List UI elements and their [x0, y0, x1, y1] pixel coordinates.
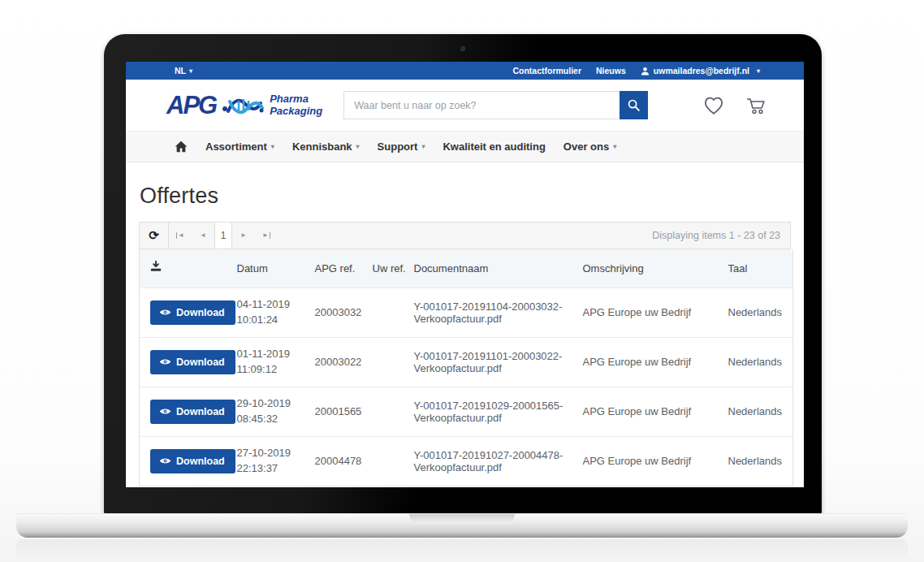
laptop-reflection [16, 539, 908, 560]
download-button[interactable]: Download [150, 350, 235, 374]
current-page-indicator[interactable]: 1 [214, 223, 232, 249]
cell-omschrijving: APG Europe uw Bedrijf [583, 387, 728, 436]
search-bar [343, 91, 648, 119]
document-date: 01-11-2019 [237, 347, 310, 362]
refresh-button[interactable]: ⟳ [140, 223, 169, 249]
cell-uw-ref [373, 337, 414, 387]
nav-item-support[interactable]: Support ▾ [378, 140, 425, 153]
cell-omschrijving: APG Europe uw Bedrijf [583, 337, 728, 387]
laptop-lid: NL ▾ Contactformulier Nieuws uwmailadres… [104, 34, 822, 515]
previous-page-button[interactable]: ◄ [192, 223, 214, 249]
home-button[interactable] [175, 140, 188, 153]
logo-line1: Pharma [270, 93, 322, 106]
chevron-down-icon: ▾ [356, 143, 360, 150]
nav-item-kennisbank[interactable]: Kennisbank ▾ [292, 140, 360, 153]
logo-acronym: APG [166, 93, 216, 118]
cell-taal: Nederlands [728, 287, 793, 337]
table-header-row: Datum APG ref. Uw ref. Documentnaam Omsc… [140, 249, 793, 287]
column-header-uw-ref[interactable]: Uw ref. [373, 249, 414, 287]
cell-documentnaam: Y-001017-20191027-20004478-Verkoopfactuu… [414, 436, 583, 486]
language-selector[interactable]: NL ▾ [175, 66, 192, 76]
next-page-button[interactable]: ► [232, 223, 255, 249]
document-time: 08:45:32 [237, 412, 310, 427]
cell-taal: Nederlands [728, 436, 793, 486]
document-date: 04-11-2019 [237, 297, 310, 313]
company-logo[interactable]: APG Pharma Packaging [166, 92, 322, 119]
eye-icon [159, 407, 171, 416]
pagination-status: Displaying items 1 - 23 of 23 [652, 223, 790, 249]
logo-wordmark: Pharma Packaging [270, 93, 322, 118]
table-row: Download 04-11-2019 10:01:24 20003032 Y-… [140, 287, 793, 337]
site-header: APG Pharma Packaging [126, 80, 804, 131]
nav-item-over-ons[interactable]: Over ons ▾ [563, 140, 616, 153]
webcam [460, 46, 465, 51]
chevron-down-icon: ▾ [189, 67, 192, 75]
nav-label: Support [378, 140, 418, 153]
page-title: Offertes [140, 184, 791, 209]
cart-icon [745, 96, 766, 115]
nav-label: Kennisbank [292, 140, 352, 153]
download-button-label: Download [176, 307, 225, 318]
download-icon [150, 261, 162, 273]
chevron-down-icon: ▾ [421, 143, 425, 150]
column-header-omschrijving[interactable]: Omschrijving [583, 249, 728, 287]
download-button-label: Download [176, 456, 225, 467]
home-icon [175, 140, 188, 153]
download-column-header[interactable] [140, 249, 237, 287]
column-header-datum[interactable]: Datum [237, 249, 315, 287]
cart-button[interactable] [745, 96, 766, 115]
cell-datum: 04-11-2019 10:01:24 [237, 287, 315, 337]
last-page-icon [270, 232, 270, 239]
news-link[interactable]: Nieuws [596, 66, 626, 76]
last-page-button[interactable]: ► [255, 223, 278, 249]
document-date: 29-10-2019 [237, 396, 310, 412]
documents-table: Datum APG ref. Uw ref. Documentnaam Omsc… [139, 249, 793, 486]
next-page-icon: ► [240, 232, 247, 239]
nav-item-assortiment[interactable]: Assortiment ▾ [205, 140, 274, 153]
eye-icon [159, 357, 171, 366]
cell-taal: Nederlands [728, 337, 793, 387]
nav-label: Assortiment [205, 140, 267, 153]
column-header-taal[interactable]: Taal [728, 249, 793, 287]
user-email: uwmailadres@bedrijf.nl [654, 66, 749, 76]
cell-omschrijving: APG Europe uw Bedrijf [583, 287, 728, 337]
refresh-icon: ⟳ [149, 228, 159, 243]
logo-line2: Packaging [270, 106, 322, 118]
cell-apg-ref: 20003022 [315, 337, 373, 387]
wishlist-button[interactable] [703, 96, 724, 115]
cell-apg-ref: 20001565 [315, 387, 373, 436]
download-button[interactable]: Download [150, 300, 235, 325]
search-button[interactable] [620, 91, 648, 119]
laptop-base-notch [409, 514, 515, 524]
cell-uw-ref [373, 387, 414, 436]
dna-helix-icon [222, 92, 264, 119]
heart-icon [703, 96, 724, 115]
nav-label: Over ons [563, 140, 609, 153]
page-content: Offertes ⟳ ◄ ◄ 1 ► ► Displayi [126, 184, 804, 486]
previous-page-icon: ◄ [200, 232, 206, 239]
search-input[interactable] [343, 91, 620, 119]
nav-label: Kwaliteit en auditing [443, 140, 545, 153]
first-page-button[interactable]: ◄ [169, 223, 192, 249]
user-icon [641, 67, 650, 76]
cell-datum: 27-10-2019 22:13:37 [237, 436, 315, 486]
download-button[interactable]: Download [150, 449, 235, 473]
column-header-documentnaam[interactable]: Documentnaam [414, 249, 583, 287]
cell-omschrijving: APG Europe uw Bedrijf [583, 436, 728, 486]
user-account-menu[interactable]: uwmailadres@bedrijf.nl ▾ [641, 66, 760, 76]
cell-apg-ref: 20004478 [315, 436, 373, 486]
language-label: NL [175, 66, 186, 76]
cell-uw-ref [373, 287, 414, 337]
document-date: 27-10-2019 [237, 446, 310, 461]
chevron-down-icon: ▾ [613, 143, 616, 150]
cell-documentnaam: Y-001017-20191101-20003022-Verkoopfactuu… [414, 337, 583, 387]
eye-icon [159, 308, 171, 317]
column-header-apg-ref[interactable]: APG ref. [315, 249, 373, 287]
download-button[interactable]: Download [150, 400, 235, 424]
nav-item-kwaliteit-en-auditing[interactable]: Kwaliteit en auditing [443, 140, 545, 153]
cell-datum: 29-10-2019 08:45:32 [237, 387, 315, 436]
contact-form-link[interactable]: Contactformulier [512, 66, 581, 76]
cell-datum: 01-11-2019 11:09:12 [237, 337, 315, 387]
chevron-down-icon: ▾ [271, 143, 274, 150]
cell-taal: Nederlands [728, 387, 793, 436]
